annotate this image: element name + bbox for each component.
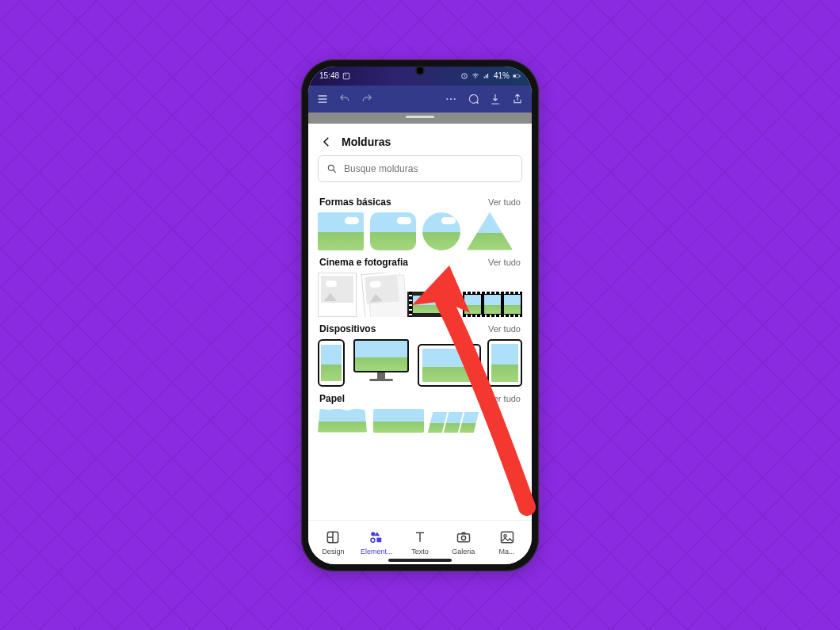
section-paper: Papel Ver tudo	[318, 393, 522, 433]
svg-point-8	[450, 97, 452, 99]
see-all-link[interactable]: Ver tudo	[488, 197, 521, 207]
frame-torn-paper[interactable]	[318, 409, 367, 433]
frame-rectangle[interactable]	[318, 212, 364, 250]
nav-design[interactable]: Design	[312, 529, 353, 556]
phone-screen: 15:48 41%	[308, 67, 532, 564]
svg-rect-5	[514, 74, 516, 76]
section-devices: Dispositivos Ver tudo	[318, 323, 522, 387]
elements-panel: Molduras Formas básicas Ver tudo	[308, 124, 532, 520]
menu-icon[interactable]	[316, 93, 329, 105]
frame-film-single[interactable]	[407, 292, 456, 317]
svg-point-18	[503, 534, 506, 536]
see-all-link[interactable]: Ver tudo	[488, 324, 521, 334]
frame-imac[interactable]	[351, 339, 411, 387]
image-icon	[342, 72, 350, 80]
section-title: Papel	[319, 393, 345, 404]
nav-more[interactable]: Ma...	[487, 529, 528, 556]
svg-point-12	[371, 532, 375, 536]
signal-icon	[483, 72, 491, 80]
search-field[interactable]	[344, 163, 514, 174]
drawer-handle-strip[interactable]	[308, 113, 532, 124]
back-arrow-icon[interactable]	[319, 135, 334, 149]
home-indicator	[388, 559, 452, 562]
camera-punch-hole	[415, 66, 425, 75]
nav-label: Texto	[399, 548, 441, 556]
svg-rect-6	[520, 75, 521, 76]
section-cinema-photo: Cinema e fotografia Ver tudo	[318, 257, 522, 317]
download-icon[interactable]	[489, 93, 502, 105]
svg-point-16	[461, 536, 465, 540]
nav-label: Design	[312, 548, 353, 556]
frame-tablet-landscape[interactable]	[418, 344, 481, 387]
phone-mockup: 15:48 41%	[301, 59, 539, 571]
status-time: 15:48	[319, 71, 339, 80]
svg-point-3	[475, 77, 475, 78]
share-icon[interactable]	[511, 93, 524, 105]
shapes-icon	[368, 529, 384, 545]
section-title: Dispositivos	[319, 323, 376, 334]
frame-film-strip[interactable]	[463, 292, 522, 317]
frame-polaroid[interactable]	[318, 273, 357, 317]
section-basic-shapes: Formas básicas Ver tudo	[318, 197, 522, 250]
picture-icon	[499, 529, 515, 545]
editor-toolbar	[308, 86, 532, 113]
bottom-nav: Design Element... Texto	[308, 520, 532, 564]
see-all-link[interactable]: Ver tudo	[488, 258, 521, 267]
nav-text[interactable]: Texto	[399, 529, 441, 556]
frame-rounded-square[interactable]	[370, 212, 416, 250]
frame-tablet-portrait[interactable]	[487, 339, 522, 387]
svg-rect-0	[343, 73, 349, 79]
frame-circle[interactable]	[422, 212, 460, 250]
search-input[interactable]	[318, 155, 522, 182]
svg-point-10	[328, 165, 334, 170]
wifi-icon	[472, 72, 479, 80]
clock-icon	[460, 72, 468, 80]
nav-gallery[interactable]: Galeria	[443, 529, 484, 556]
see-all-link[interactable]: Ver tudo	[488, 394, 521, 403]
camera-icon	[456, 529, 472, 545]
layout-icon	[325, 529, 341, 545]
nav-label: Galeria	[443, 548, 484, 556]
svg-rect-13	[377, 537, 382, 542]
panel-title: Molduras	[342, 136, 391, 148]
svg-rect-15	[457, 533, 469, 541]
status-battery: 41%	[494, 71, 510, 80]
nav-label: Ma...	[487, 548, 528, 556]
svg-point-9	[454, 97, 456, 99]
text-icon	[412, 529, 428, 545]
frame-phone[interactable]	[318, 339, 345, 387]
svg-point-1	[345, 74, 346, 75]
comment-icon[interactable]	[467, 93, 479, 105]
frame-triangle[interactable]	[467, 212, 513, 250]
frame-paper-wide[interactable]	[373, 409, 424, 433]
frame-polaroid-stack[interactable]	[361, 273, 403, 317]
section-title: Formas básicas	[319, 197, 391, 208]
redo-icon[interactable]	[361, 93, 373, 105]
frame-paper-strips[interactable]	[430, 412, 478, 433]
search-icon	[326, 163, 338, 174]
more-icon[interactable]	[445, 93, 457, 105]
nav-elements[interactable]: Element...	[356, 529, 397, 556]
svg-rect-17	[501, 532, 513, 542]
battery-icon	[513, 72, 521, 80]
nav-label: Element...	[356, 548, 397, 556]
undo-icon[interactable]	[338, 93, 351, 105]
section-title: Cinema e fotografia	[319, 257, 408, 268]
svg-point-14	[371, 538, 375, 542]
svg-point-7	[446, 97, 448, 99]
